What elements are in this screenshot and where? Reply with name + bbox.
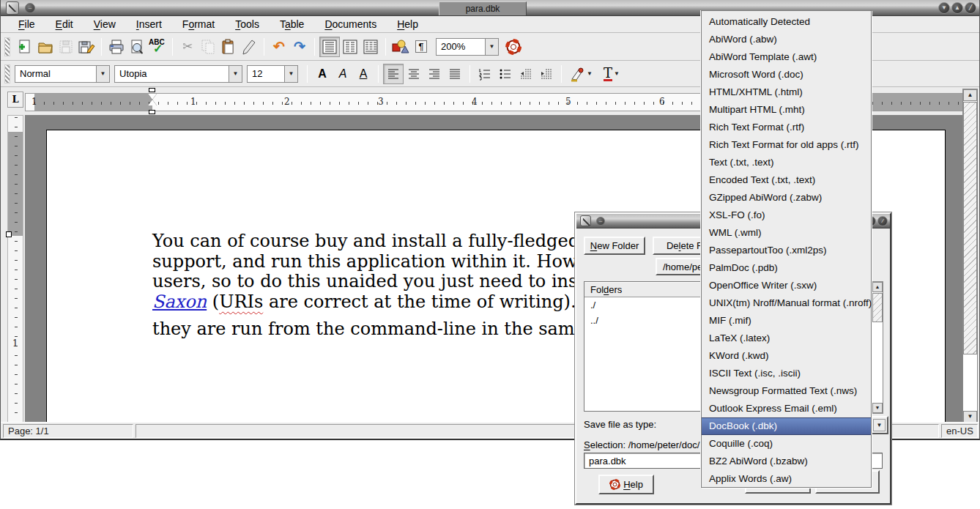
file-type-option[interactable]: KWord (.kwd) xyxy=(702,347,871,365)
view-web-button[interactable] xyxy=(360,37,381,57)
file-type-option[interactable]: Automatically Detected xyxy=(702,13,871,31)
scroll-down-icon[interactable]: ▼ xyxy=(963,411,977,423)
file-type-option[interactable]: ISCII Text (.isc, .iscii) xyxy=(702,365,871,382)
menu-tools[interactable]: Tools xyxy=(225,17,270,32)
file-type-option[interactable]: Text (.txt, .text) xyxy=(702,154,871,171)
align-right-button[interactable] xyxy=(424,64,445,84)
main-vertical-scrollbar[interactable]: ▲ ▼ xyxy=(962,89,978,423)
unindent-button[interactable] xyxy=(516,64,536,84)
new-folder-button[interactable]: New Folder xyxy=(584,237,645,255)
insert-graphic-button[interactable] xyxy=(390,37,411,57)
file-type-option[interactable]: Newsgroup Formatted Text (.nws) xyxy=(702,382,871,400)
file-type-option[interactable]: Applix Words (.aw) xyxy=(702,470,871,488)
view-columns-icon xyxy=(343,40,357,54)
align-justify-icon xyxy=(448,67,461,81)
window-menu-button[interactable]: – xyxy=(596,217,605,226)
file-type-option[interactable]: GZipped AbiWord (.zabw) xyxy=(702,189,871,207)
italic-button[interactable]: A xyxy=(333,64,353,84)
scroll-up-icon[interactable]: ▲ xyxy=(872,282,883,292)
save-as-button[interactable] xyxy=(76,37,97,57)
window-menu-button[interactable]: – xyxy=(25,3,35,13)
bold-button[interactable]: A xyxy=(312,64,333,84)
file-type-option[interactable]: Coquille (.coq) xyxy=(702,435,871,453)
help-button[interactable] xyxy=(503,37,524,57)
style-select[interactable]: Normal ▼ xyxy=(15,65,110,83)
new-document-button[interactable] xyxy=(15,37,35,57)
menu-file[interactable]: File xyxy=(8,17,45,32)
menu-help[interactable]: Help xyxy=(387,17,428,32)
align-right-icon xyxy=(428,67,441,81)
file-type-option[interactable]: AbiWord (.abw) xyxy=(702,31,871,48)
maximize-button[interactable]: ▲ xyxy=(951,2,963,14)
print-preview-button[interactable] xyxy=(127,37,147,57)
underline-button[interactable]: A xyxy=(353,64,374,84)
paste-button[interactable] xyxy=(218,37,239,57)
font-select[interactable]: Utopia ▼ xyxy=(114,65,242,83)
align-justify-button[interactable] xyxy=(445,64,465,84)
menu-table[interactable]: Table xyxy=(270,17,314,32)
tab-selector[interactable]: L xyxy=(7,92,23,108)
file-type-option[interactable]: MIF (.mif) xyxy=(702,312,871,330)
align-left-button[interactable] xyxy=(383,64,404,84)
stylus-icon xyxy=(241,39,257,55)
file-type-option[interactable]: UNIX(tm) Nroff/Manual format (.nroff) xyxy=(702,294,871,312)
help-button[interactable]: Help xyxy=(598,475,654,494)
file-type-option[interactable]: Encoded Text (.txt, .text) xyxy=(702,171,871,189)
undo-button[interactable]: ↶ xyxy=(269,37,289,57)
show-para-button[interactable]: ¶ xyxy=(411,37,431,57)
toolbar-separator xyxy=(385,38,386,56)
menu-view[interactable]: View xyxy=(83,17,126,32)
scrollbar-thumb[interactable] xyxy=(963,102,977,354)
file-type-option[interactable]: Multipart HTML (.mht) xyxy=(702,101,871,119)
toolbar-drag-handle[interactable] xyxy=(4,37,10,56)
view-normal-icon xyxy=(322,40,337,54)
file-type-option[interactable]: OpenOffice Writer (.sxw) xyxy=(702,277,871,294)
redo-button[interactable]: ↷ xyxy=(289,37,310,57)
file-type-option[interactable]: Microsoft Word (.doc) xyxy=(702,66,871,83)
print-button[interactable] xyxy=(106,37,127,57)
stylus-button[interactable] xyxy=(239,37,259,57)
file-type-option[interactable]: AbiWord Template (.awt) xyxy=(702,48,871,66)
menu-documents[interactable]: Documents xyxy=(314,17,387,32)
toolbar-drag-handle[interactable] xyxy=(4,64,10,83)
menu-insert[interactable]: Insert xyxy=(126,17,172,32)
file-type-option[interactable]: Rich Text Format (.rtf) xyxy=(702,119,871,136)
file-type-option[interactable]: HTML/XHTML (.html) xyxy=(702,83,871,101)
file-type-option[interactable]: WML (.wml) xyxy=(702,224,871,242)
spellcheck-button[interactable]: ABC ✓ xyxy=(147,37,168,57)
align-center-button[interactable] xyxy=(404,64,424,84)
shade-button[interactable]: ▼ xyxy=(938,2,950,14)
indent-button[interactable] xyxy=(536,64,557,84)
file-type-option[interactable]: PalmDoc (.pdb) xyxy=(702,259,871,277)
indent-marker[interactable] xyxy=(147,87,157,115)
scrollbar-thumb[interactable] xyxy=(872,293,883,322)
close-button[interactable]: ⁄ xyxy=(877,216,888,226)
files-list-scrollbar[interactable]: ▲ ▼ xyxy=(872,281,883,414)
saxon-hyperlink[interactable]: Saxon xyxy=(152,291,207,312)
file-type-option[interactable]: XSL-FO (.fo) xyxy=(702,207,871,224)
top-margin-marker[interactable] xyxy=(6,231,12,237)
file-type-option[interactable]: Rich Text Format for old apps (.rtf) xyxy=(702,136,871,154)
open-button[interactable] xyxy=(35,37,56,57)
file-type-option[interactable]: BZ2 AbiWord (.bzabw) xyxy=(702,453,871,470)
font-size-select[interactable]: 12 ▼ xyxy=(247,65,298,83)
highlight-color-button[interactable]: ▼ xyxy=(566,64,595,84)
bullet-list-button[interactable] xyxy=(495,64,516,84)
scroll-down-icon[interactable]: ▼ xyxy=(872,403,883,413)
numbered-list-button[interactable] xyxy=(475,64,495,84)
file-type-option-selected[interactable]: DocBook (.dbk) xyxy=(702,417,871,435)
font-color-button[interactable]: T ▼ xyxy=(595,64,628,84)
view-columns-button[interactable] xyxy=(340,37,360,57)
file-type-popup: Automatically Detected AbiWord (.abw) Ab… xyxy=(701,10,872,488)
file-type-option[interactable]: Outlook Express Email (.eml) xyxy=(702,400,871,417)
file-type-option[interactable]: LaTeX (.latex) xyxy=(702,330,871,347)
view-normal-button[interactable] xyxy=(319,37,340,57)
scroll-up-icon[interactable]: ▲ xyxy=(963,89,977,101)
zoom-select[interactable]: 200% ▼ xyxy=(436,38,499,56)
menu-format[interactable]: Format xyxy=(172,17,225,32)
toolbar-separator xyxy=(172,38,173,56)
ruler-number: 1 xyxy=(190,97,196,107)
menu-edit[interactable]: Edit xyxy=(45,17,83,32)
close-button[interactable]: ⁄ xyxy=(965,2,976,14)
file-type-option[interactable]: PassepartoutToo (.xml2ps) xyxy=(702,242,871,259)
